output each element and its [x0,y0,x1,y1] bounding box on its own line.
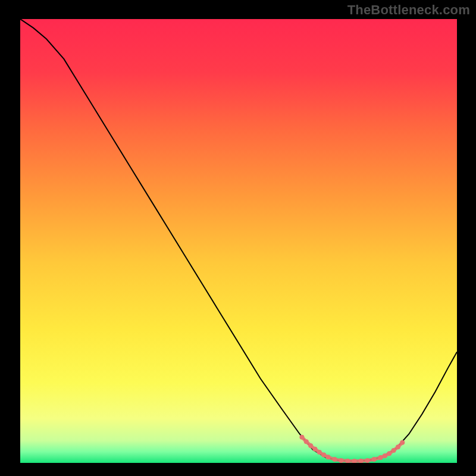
svg-point-14 [378,455,383,460]
svg-point-19 [400,440,405,445]
svg-point-12 [365,458,370,463]
plot-area [20,19,457,463]
svg-point-2 [308,443,313,448]
svg-point-8 [339,458,343,463]
svg-point-6 [325,455,330,459]
gradient-background [20,19,457,463]
svg-point-0 [299,435,304,440]
svg-point-13 [372,457,377,462]
svg-point-7 [332,457,337,462]
svg-point-4 [317,450,322,455]
svg-point-1 [304,439,309,444]
svg-point-16 [387,451,392,456]
svg-point-18 [396,444,400,449]
svg-point-5 [321,453,326,458]
svg-point-3 [312,447,317,452]
chart-svg [20,19,457,463]
watermark-text: TheBottleneck.com [347,2,470,18]
svg-point-15 [383,453,387,458]
svg-point-17 [392,448,396,453]
chart-container: TheBottleneck.com [0,0,476,476]
